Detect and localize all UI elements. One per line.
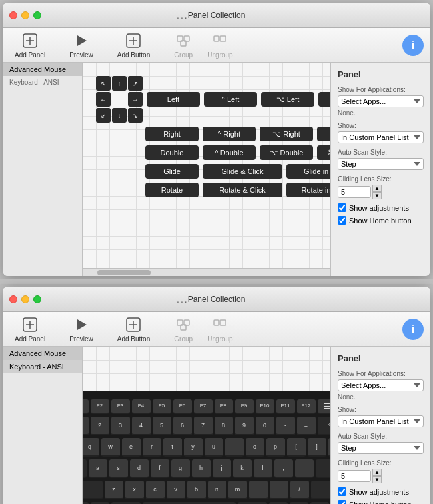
key-i[interactable]: i [225, 438, 244, 457]
minimize-button-2[interactable] [21, 295, 29, 303]
key-w[interactable]: w [101, 438, 120, 457]
key-f5[interactable]: F5 [153, 399, 171, 414]
btn-glide-front[interactable]: Glide in Front Window [286, 164, 330, 179]
key-shift-r[interactable]: ⇧ [311, 481, 331, 499]
key-1[interactable]: 1 [83, 417, 89, 435]
inspector-button-1[interactable]: i [402, 35, 424, 56]
key-f7[interactable]: F7 [194, 399, 213, 414]
arrow-n[interactable]: ↑ [112, 76, 127, 91]
arrow-se[interactable]: ↘ [128, 108, 143, 123]
btn-ctrl-left[interactable]: ^ Left [204, 92, 257, 107]
add-button-button-2[interactable]: Add Button [112, 313, 155, 345]
key-v[interactable]: v [167, 481, 185, 499]
arrow-w[interactable]: ← [96, 92, 111, 107]
key-f10[interactable]: F10 [256, 399, 274, 414]
key-s[interactable]: s [109, 459, 128, 478]
key-slash[interactable]: / [290, 481, 309, 499]
arrow-nw[interactable]: ↖ [96, 76, 111, 91]
sidebar-item-advanced-mouse-1[interactable]: Advanced Mouse [3, 63, 82, 76]
key-g[interactable]: g [171, 459, 190, 478]
key-semicolon[interactable]: ; [274, 459, 293, 478]
show-home-input-1[interactable] [338, 216, 346, 225]
key-b[interactable]: b [187, 481, 206, 499]
key-x[interactable]: x [125, 481, 144, 499]
show-home-input-2[interactable] [338, 500, 346, 504]
key-6[interactable]: 6 [173, 417, 192, 435]
key-menu[interactable]: ☰ [318, 399, 331, 414]
close-button-1[interactable] [9, 11, 17, 19]
btn-rotate[interactable]: Rotate [145, 183, 199, 197]
key-equals[interactable]: = [297, 417, 316, 435]
group-button-1[interactable]: Group [169, 29, 198, 61]
ungroup-button-1[interactable]: Ungroup [202, 29, 238, 61]
key-o[interactable]: o [246, 438, 264, 457]
key-f4[interactable]: F4 [132, 399, 151, 414]
gliding-lens-input-1[interactable]: 5 [338, 186, 371, 198]
show-home-checkbox-2[interactable]: Show Home button [338, 500, 424, 504]
key-backspace[interactable]: ⌫ [318, 417, 331, 435]
key-p[interactable]: p [266, 438, 285, 457]
add-panel-button-2[interactable]: Add Panel [9, 313, 51, 345]
key-k[interactable]: k [233, 459, 252, 478]
key-quote[interactable]: ' [295, 459, 314, 478]
key-z[interactable]: z [105, 481, 123, 499]
show-adjustments-checkbox-2[interactable]: Show adjustments [338, 487, 424, 496]
key-2[interactable]: 2 [91, 417, 109, 435]
show-for-select-2[interactable]: Select Apps... [338, 379, 424, 391]
key-q[interactable]: q [83, 438, 99, 457]
key-m[interactable]: m [228, 481, 247, 499]
btn-glide[interactable]: Glide [145, 164, 199, 179]
key-4[interactable]: 4 [132, 417, 151, 435]
add-panel-button-1[interactable]: Add Panel [9, 29, 51, 61]
key-j[interactable]: j [213, 459, 231, 478]
stepper-down-1[interactable]: ▼ [372, 192, 382, 199]
key-f6[interactable]: F6 [173, 399, 192, 414]
stepper-down-2[interactable]: ▼ [372, 476, 382, 483]
btn-ctrl-double[interactable]: ^ Double [203, 145, 256, 160]
key-c[interactable]: c [146, 481, 165, 499]
btn-opt-right[interactable]: ⌥ Right [260, 127, 313, 141]
arrow-ne[interactable]: ↗ [128, 76, 143, 91]
key-f2[interactable]: F2 [91, 399, 109, 414]
arrow-e[interactable]: → [128, 92, 143, 107]
window-menu-dots-2[interactable]: ... [177, 294, 189, 305]
preview-button-2[interactable]: Preview [64, 313, 99, 345]
show-adjustments-input-1[interactable] [338, 203, 346, 212]
key-comma[interactable]: , [249, 481, 268, 499]
key-f3[interactable]: F3 [111, 399, 130, 414]
key-d[interactable]: d [130, 459, 149, 478]
key-5[interactable]: 5 [153, 417, 171, 435]
key-n[interactable]: n [208, 481, 226, 499]
ungroup-button-2[interactable]: Ungroup [202, 313, 238, 345]
window-menu-dots-1[interactable]: ... [177, 10, 189, 21]
auto-scan-select-2[interactable]: Step [338, 442, 424, 454]
key-9[interactable]: 9 [235, 417, 254, 435]
btn-cmd-left[interactable]: ⌘ Left [318, 92, 330, 107]
btn-opt-left[interactable]: ⌥ Left [261, 92, 314, 107]
key-e[interactable]: e [122, 438, 141, 457]
key-lbracket[interactable]: [ [287, 438, 306, 457]
show-for-select-1[interactable]: Select Apps... [338, 95, 424, 107]
key-f9[interactable]: F9 [235, 399, 254, 414]
key-capslock[interactable]: ⇪ [83, 459, 87, 478]
btn-glide-click[interactable]: Glide & Click [203, 164, 282, 179]
key-f1[interactable]: F1 [83, 399, 89, 414]
stepper-up-2[interactable]: ▲ [372, 469, 382, 476]
key-period[interactable]: . [270, 481, 288, 499]
key-f[interactable]: f [151, 459, 169, 478]
key-u[interactable]: u [205, 438, 223, 457]
key-f11[interactable]: F11 [276, 399, 295, 414]
maximize-button-2[interactable] [33, 295, 41, 303]
auto-scan-select-1[interactable]: Step [338, 158, 424, 170]
key-0[interactable]: 0 [256, 417, 274, 435]
key-t[interactable]: t [163, 438, 182, 457]
key-shift-l[interactable]: ⇧ [83, 481, 103, 499]
sidebar-item-keyboard-1[interactable]: Keyboard - ANSI [3, 76, 82, 89]
key-y[interactable]: y [184, 438, 203, 457]
arrow-s[interactable]: ↓ [112, 108, 127, 123]
preview-button-1[interactable]: Preview [64, 29, 99, 61]
sidebar-item-advanced-mouse-2[interactable]: Advanced Mouse [3, 347, 82, 360]
close-button-2[interactable] [9, 295, 17, 303]
key-r[interactable]: r [143, 438, 161, 457]
sidebar-item-keyboard-2[interactable]: Keyboard - ANSI [3, 360, 82, 373]
